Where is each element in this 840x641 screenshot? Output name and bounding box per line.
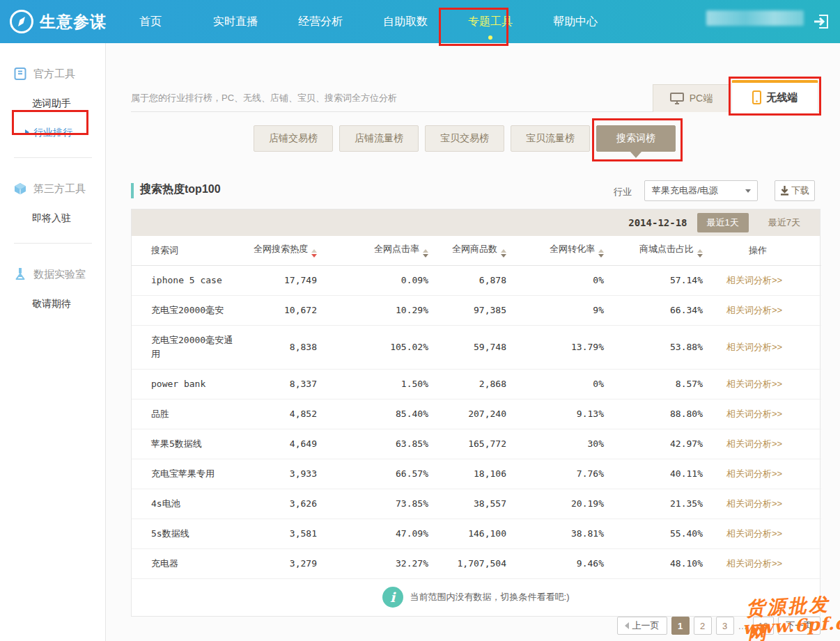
related-words-link[interactable]: 相关词分析>> <box>726 409 782 419</box>
title-accent-bar <box>131 183 134 198</box>
page-button-2[interactable]: 2 <box>694 617 712 635</box>
download-label: 下载 <box>791 184 809 197</box>
top-nav-bar: 生意参谋 首页 实时直播 经营分析 自助取数 专题工具 帮助中心 <box>0 0 840 43</box>
tab-item-traffic-rank[interactable]: 宝贝流量榜 <box>511 125 590 152</box>
cell-ctr: 32.27% <box>320 548 431 578</box>
cell-ctr: 85.40% <box>320 399 431 429</box>
sidebar-item-stay-tuned: 敬请期待 <box>32 298 105 310</box>
nav-item-self-data[interactable]: 自助取数 <box>382 15 428 29</box>
sort-icons[interactable] <box>501 249 506 258</box>
cell-search-heat: 4,852 <box>243 399 320 429</box>
related-words-link[interactable]: 相关词分析>> <box>726 468 782 479</box>
sort-icons[interactable] <box>598 249 604 258</box>
cell-keyword: 充电器 <box>132 548 243 578</box>
cell-conversion: 30% <box>509 429 607 459</box>
app-logo[interactable]: 生意参谋 <box>0 10 107 33</box>
table-row: 4s电池 3,626 73.85% 38,557 20.19% 21.35% 相… <box>132 489 821 519</box>
pagination-ellipsis: … <box>738 621 749 631</box>
related-words-link[interactable]: 相关词分析>> <box>726 438 782 449</box>
related-words-link[interactable]: 相关词分析>> <box>726 305 782 315</box>
cell-product-count: 18,106 <box>431 459 509 489</box>
journal-icon <box>13 67 27 81</box>
nav-item-help-center[interactable]: 帮助中心 <box>552 15 598 29</box>
related-words-link[interactable]: 相关词分析>> <box>726 558 782 569</box>
table-row: 苹果5数据线 4,649 63.85% 165,772 30% 42.97% 相… <box>132 429 821 459</box>
cell-keyword: 苹果5数据线 <box>132 429 243 459</box>
page-button-last[interactable]: 10 <box>753 617 774 635</box>
chevron-down-icon <box>745 189 751 193</box>
nav-item-analysis[interactable]: 经营分析 <box>297 15 343 29</box>
nav-item-special-tools[interactable]: 专题工具 <box>467 15 513 29</box>
table-row: 充电宝20000毫安 10,672 10.29% 97,385 9% 66.34… <box>132 295 821 325</box>
page-title: 搜索热度top100 <box>140 182 221 197</box>
page-button-3[interactable]: 3 <box>716 617 734 635</box>
cell-product-count: 146,100 <box>431 519 509 548</box>
prev-page-button[interactable]: 上一页 <box>617 617 667 635</box>
range-1day-button[interactable]: 最近1天 <box>697 213 749 232</box>
col-header-mall-click-share[interactable]: 商城点击占比 <box>607 236 706 265</box>
cell-keyword: power bank <box>132 369 243 399</box>
nav-item-home[interactable]: 首页 <box>127 15 173 29</box>
cell-ctr: 0.09% <box>320 265 431 295</box>
col-header-ctr[interactable]: 全网点击率 <box>320 236 431 265</box>
table-row: 5s数据线 3,581 47.09% 146,100 38.81% 55.40%… <box>132 519 821 548</box>
industry-select-value: 苹果充电器/电源 <box>645 184 745 197</box>
next-page-button[interactable]: 下一页 <box>778 617 820 635</box>
sidebar: 官方工具 选词助手 行业排行 第三方工具 即将入驻 数据实验室 敬请期待 <box>0 43 106 641</box>
tab-wireless[interactable]: 无线端 <box>731 80 818 113</box>
cell-search-heat: 3,279 <box>243 548 320 578</box>
sidebar-item-word-assistant[interactable]: 选词助手 <box>32 97 105 110</box>
tab-shop-deal-rank[interactable]: 店铺交易榜 <box>254 125 333 152</box>
cell-conversion: 9% <box>509 295 607 325</box>
date-range-bar: 2014-12-18 最近1天 最近7天 <box>132 209 820 236</box>
related-words-link[interactable]: 相关词分析>> <box>726 275 782 285</box>
cell-conversion: 38.81% <box>509 519 607 548</box>
sort-icons[interactable] <box>697 249 703 258</box>
page-description: 属于您的行业排行榜，PC、无线、店铺、宝贝、搜索词全方位分析 <box>131 92 397 104</box>
rank-table-body: iphone 5 case 17,749 0.09% 6,878 0% 57.1… <box>132 265 821 578</box>
table-row: iphone 5 case 17,749 0.09% 6,878 0% 57.1… <box>132 265 821 295</box>
sort-icons[interactable] <box>423 249 428 258</box>
table-row: 充电器 3,279 32.27% 1,707,504 9.46% 48.10% … <box>132 548 821 578</box>
nav-item-realtime[interactable]: 实时直播 <box>212 15 258 29</box>
download-icon <box>780 186 789 196</box>
sidebar-item-industry-rank[interactable]: 行业排行 <box>33 127 105 139</box>
industry-select[interactable]: 苹果充电器/电源 <box>644 180 758 201</box>
cell-product-count: 207,240 <box>431 399 509 429</box>
cell-keyword: 5s数据线 <box>132 519 243 548</box>
range-7day-button[interactable]: 最近7天 <box>759 213 810 232</box>
sort-icons[interactable] <box>311 249 317 258</box>
sidebar-divider <box>14 243 92 244</box>
tab-item-deal-rank[interactable]: 宝贝交易榜 <box>425 125 504 152</box>
compass-logo-icon <box>10 10 33 33</box>
tab-shop-traffic-rank[interactable]: 店铺流量榜 <box>339 125 419 152</box>
sidebar-item-coming-soon: 即将入驻 <box>32 212 105 225</box>
cell-search-heat: 3,933 <box>243 459 320 489</box>
related-words-link[interactable]: 相关词分析>> <box>726 342 782 352</box>
cell-mall-click-share: 57.14% <box>607 265 706 295</box>
cell-product-count: 165,772 <box>431 429 509 459</box>
related-words-link[interactable]: 相关词分析>> <box>726 498 782 509</box>
cell-search-heat: 3,626 <box>243 489 320 519</box>
cell-conversion: 20.19% <box>509 489 607 519</box>
cube-icon <box>13 182 27 196</box>
cell-search-heat: 10,672 <box>243 295 320 325</box>
app-title: 生意参谋 <box>40 11 107 33</box>
col-header-conversion[interactable]: 全网转化率 <box>509 236 607 265</box>
tab-search-words-rank[interactable]: 搜索词榜 <box>596 125 676 152</box>
cell-product-count: 38,557 <box>431 489 509 519</box>
cell-ctr: 1.50% <box>320 369 431 399</box>
user-name-redacted <box>706 10 804 26</box>
col-header-product-count[interactable]: 全网商品数 <box>431 236 509 265</box>
related-words-link[interactable]: 相关词分析>> <box>726 379 782 389</box>
cell-conversion: 9.46% <box>509 548 607 578</box>
related-words-link[interactable]: 相关词分析>> <box>726 528 782 539</box>
logout-icon[interactable] <box>812 13 830 31</box>
page-button-1[interactable]: 1 <box>671 617 690 635</box>
col-header-search-heat[interactable]: 全网搜索热度 <box>243 236 320 265</box>
download-button[interactable]: 下载 <box>775 180 815 201</box>
tab-pc[interactable]: PC端 <box>653 84 730 112</box>
cell-keyword: 充电宝苹果专用 <box>132 459 243 489</box>
table-header-row: 搜索词 全网搜索热度 全网点击率 全网商品数 全网转化率 商城点击占比 操作 <box>132 236 821 265</box>
sidebar-section-third-party: 第三方工具 <box>13 182 105 196</box>
